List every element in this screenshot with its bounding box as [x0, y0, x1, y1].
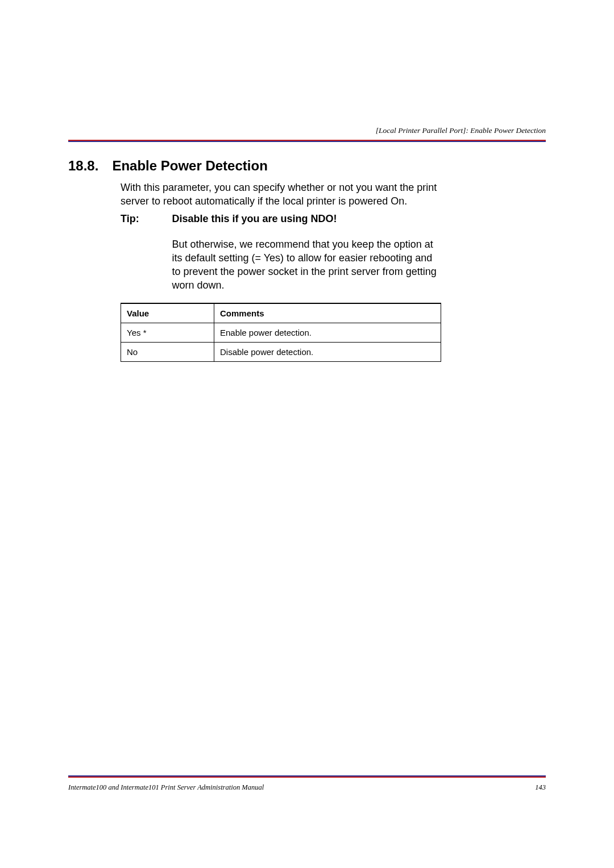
table-cell-value: No [121, 342, 214, 361]
table-row: No Disable power detection. [121, 342, 441, 361]
tip-block: Tip: Disable this if you are using NDO! … [121, 213, 546, 293]
tip-body: Disable this if you are using NDO! But o… [172, 213, 439, 293]
tip-paragraph: But otherwise, we recommend that you kee… [172, 237, 439, 293]
values-table: Value Comments Yes * Enable power detect… [121, 303, 441, 362]
header-breadcrumb: [Local Printer Parallel Port]: Enable Po… [68, 126, 546, 135]
tip-strong-text: Disable this if you are using NDO [172, 213, 333, 224]
footer-page-number: 143 [535, 783, 546, 792]
table-cell-value: Yes * [121, 323, 214, 342]
section-number: 18.8. [68, 158, 98, 174]
tip-strong-suffix: ! [334, 213, 337, 224]
section-title: Enable Power Detection [112, 158, 267, 173]
table-cell-comments: Enable power detection. [214, 323, 441, 342]
table-row: Yes * Enable power detection. [121, 323, 441, 342]
tip-strong-line: Disable this if you are using NDO! [172, 213, 439, 225]
document-page: [Local Printer Parallel Port]: Enable Po… [0, 0, 614, 868]
header-rule [68, 140, 546, 142]
footer: Intermate100 and Intermate101 Print Serv… [68, 775, 546, 792]
section-heading: 18.8.Enable Power Detection [68, 158, 546, 174]
intro-paragraph: With this parameter, you can specify whe… [121, 181, 439, 208]
table-cell-comments: Disable power detection. [214, 342, 441, 361]
table-header-comments: Comments [214, 303, 441, 323]
footer-rule [68, 775, 546, 778]
table-header-value: Value [121, 303, 214, 323]
table-header-row: Value Comments [121, 303, 441, 323]
footer-manual-title: Intermate100 and Intermate101 Print Serv… [68, 783, 264, 792]
tip-label: Tip: [121, 213, 169, 225]
